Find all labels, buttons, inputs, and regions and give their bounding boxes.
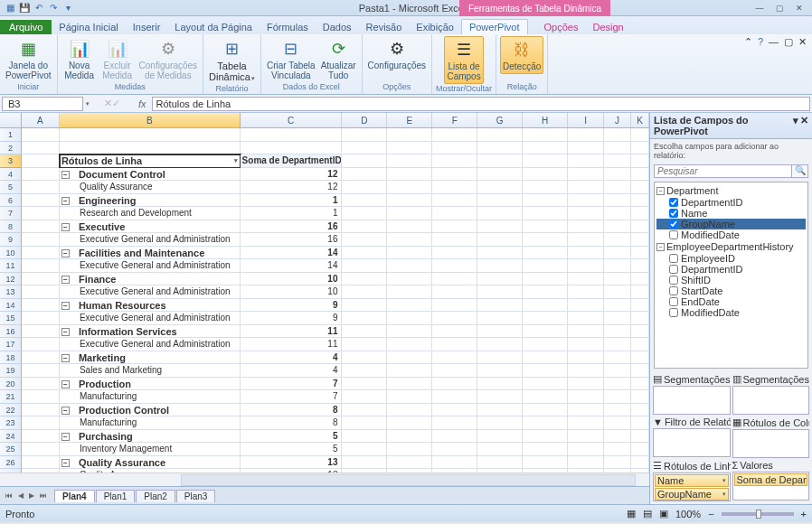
cell[interactable]: 16 [241,233,343,247]
cell[interactable] [604,325,631,339]
cell[interactable]: 10 [241,285,343,299]
rows-zone[interactable]: Name▾GroupName▾ [653,473,731,501]
cell[interactable]: −Production Control [60,404,241,417]
cell[interactable] [568,404,604,417]
cell[interactable] [342,351,387,365]
cell[interactable] [604,259,631,273]
tab-file[interactable]: Arquivo [0,20,52,34]
cell[interactable]: Research and Development [60,207,241,220]
sheet-nav-prev-icon[interactable]: ◀ [16,491,25,500]
cell[interactable] [604,338,631,351]
cancel-formula-icon[interactable]: ✕ [104,98,112,109]
cell[interactable] [477,142,523,155]
cell[interactable] [22,456,60,470]
cell[interactable] [432,259,477,273]
cell[interactable] [22,351,60,365]
cell[interactable] [631,456,649,470]
cell[interactable] [604,299,631,313]
cell[interactable] [631,430,649,444]
row-header[interactable]: 2 [0,142,22,155]
cell[interactable] [342,247,387,260]
cell[interactable] [432,168,477,182]
col-header-H[interactable]: H [523,113,568,127]
zone-pill[interactable]: Soma de Depart...▾ [734,473,808,486]
cell[interactable] [568,325,604,339]
tab-powerpivot[interactable]: PowerPivot [461,19,528,34]
cell[interactable] [477,390,523,404]
row-header[interactable]: 7 [0,207,22,220]
cell[interactable] [523,416,568,430]
cell[interactable]: Executive General and Administration [60,312,241,325]
cell[interactable] [22,194,60,208]
detection-button[interactable]: ⛓Detecção [500,36,543,74]
cell[interactable] [432,378,477,391]
view-normal-icon[interactable]: ▦ [627,508,636,519]
field-checkbox[interactable] [669,308,678,317]
cell[interactable]: −Engineering [60,194,241,208]
slicer-h-zone[interactable] [732,386,810,415]
values-zone[interactable]: Soma de Depart...▾ [732,472,810,501]
cell[interactable] [477,351,523,365]
cell[interactable] [523,299,568,313]
cell[interactable] [477,207,523,220]
qat-dropdown-icon[interactable]: ▾ [61,2,74,14]
field-item[interactable]: EmployeeID [656,253,806,264]
row-header[interactable]: 10 [0,247,22,260]
cell[interactable] [432,364,477,378]
zoom-slider[interactable] [722,512,794,516]
cell[interactable] [432,390,477,404]
cell[interactable] [568,443,604,456]
cell[interactable] [387,299,432,313]
save-icon[interactable]: 💾 [18,2,31,14]
cell[interactable] [568,154,604,168]
delete-measure-button[interactable]: 📊ExcluirMedida [99,36,136,82]
row-header[interactable]: 9 [0,233,22,247]
cell[interactable] [22,312,60,325]
help-icon[interactable]: ? [758,36,763,48]
field-item[interactable]: ModifiedDate [656,307,806,318]
workbook-min-icon[interactable]: — [769,36,779,48]
cell[interactable] [22,273,60,286]
row-header[interactable]: 14 [0,299,22,313]
cell[interactable] [387,247,432,260]
cell[interactable] [22,154,60,168]
cell[interactable] [432,443,477,456]
cell[interactable] [342,194,387,208]
cell[interactable]: 8 [241,404,343,417]
cell[interactable] [604,168,631,182]
cell[interactable] [631,273,649,286]
ribbon-minimize-icon[interactable]: ⌃ [744,36,752,48]
select-all-cell[interactable] [0,113,22,127]
cell[interactable] [342,364,387,378]
cell[interactable] [631,259,649,273]
cell[interactable] [477,378,523,391]
cell[interactable] [568,416,604,430]
field-checkbox[interactable] [669,198,678,207]
cell[interactable] [241,142,343,155]
zone-pill[interactable]: GroupName▾ [655,488,729,501]
field-search-input[interactable] [654,164,792,178]
cell[interactable] [523,233,568,247]
cell[interactable]: 11 [241,325,343,339]
cell[interactable] [477,443,523,456]
cell[interactable] [342,233,387,247]
tab-formulas[interactable]: Fórmulas [260,20,316,34]
formula-input[interactable]: Rótulos de Linha [152,97,810,111]
cell[interactable] [387,404,432,417]
cell[interactable] [604,404,631,417]
row-header[interactable]: 5 [0,181,22,194]
cell[interactable] [342,404,387,417]
cell[interactable] [387,194,432,208]
col-header-J[interactable]: J [604,113,631,127]
cell[interactable] [22,390,60,404]
cell[interactable] [477,325,523,339]
cell[interactable] [523,259,568,273]
col-header-A[interactable]: A [22,113,60,127]
cell[interactable] [568,259,604,273]
cell[interactable]: −Quality Assurance [60,456,241,470]
cell[interactable] [523,220,568,234]
cell[interactable] [604,351,631,365]
cell[interactable]: 14 [241,259,343,273]
cell[interactable] [22,299,60,313]
cell[interactable] [523,207,568,220]
